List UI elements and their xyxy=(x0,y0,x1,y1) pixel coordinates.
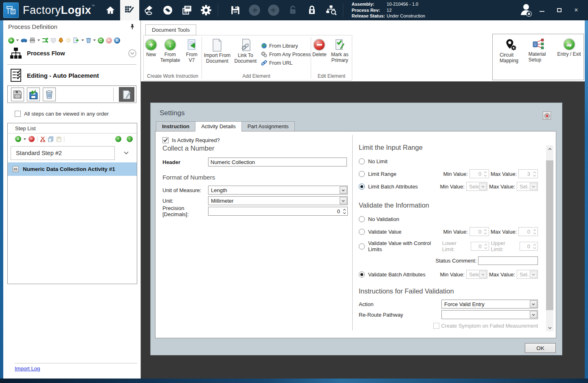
limit-batch-attributes-option[interactable]: Limit Batch Attributes Min Value: Sele..… xyxy=(359,182,538,191)
save-as-button[interactable] xyxy=(27,88,40,101)
add-icon[interactable]: + xyxy=(8,37,14,44)
from-template-button[interactable]: ↓ From Template xyxy=(160,39,181,63)
import-from-document-button[interactable]: Import From Document xyxy=(203,39,231,64)
print-dropdown-icon[interactable] xyxy=(37,39,40,41)
chevron-down-icon[interactable] xyxy=(530,311,537,318)
delete-button[interactable]: Delete xyxy=(312,39,327,58)
add-dropdown-icon[interactable] xyxy=(16,39,19,41)
remove-step-icon[interactable]: − xyxy=(29,136,35,142)
validate-batch-attributes-option[interactable]: Validate Batch Attributes Min Value: Sel… xyxy=(359,270,538,279)
chevron-down-icon[interactable] xyxy=(340,186,347,194)
document-tools-tab[interactable]: Document Tools xyxy=(145,24,196,35)
mark-as-primary-button[interactable]: Mark as Primary xyxy=(329,39,351,63)
chevron-down-icon[interactable] xyxy=(340,197,347,204)
edit-notes-button[interactable] xyxy=(119,87,134,102)
is-activity-required-checkbox[interactable] xyxy=(162,137,169,143)
validate-control-limits-radio[interactable] xyxy=(359,243,365,249)
no-validation-radio[interactable] xyxy=(359,216,365,222)
view-order-checkbox[interactable] xyxy=(15,111,21,117)
trash-icon[interactable] xyxy=(86,37,91,43)
undo-button[interactable] xyxy=(245,0,264,20)
production-button[interactable] xyxy=(139,0,158,20)
discard-button[interactable] xyxy=(43,88,56,101)
limit-batch-min-select[interactable]: Sele... xyxy=(466,182,487,191)
gear-small-icon[interactable] xyxy=(66,37,71,43)
disable-icon[interactable]: − xyxy=(106,37,112,44)
limit-batch-max-select[interactable]: Sel... xyxy=(517,182,538,191)
export-dropdown-icon[interactable] xyxy=(81,39,84,41)
validate-batch-attributes-radio[interactable] xyxy=(359,271,365,278)
import-log-link[interactable]: Import Log xyxy=(15,365,40,372)
pause-icon[interactable] xyxy=(114,37,120,44)
new-button[interactable]: + New xyxy=(145,39,157,58)
validate-value-radio[interactable] xyxy=(359,229,365,235)
lower-limit-spinner[interactable]: 0 xyxy=(471,242,489,251)
ok-button[interactable]: OK xyxy=(525,343,556,353)
copy-icon[interactable] xyxy=(48,136,54,142)
move-up-icon[interactable]: ↑ xyxy=(115,136,121,142)
settings-button[interactable] xyxy=(197,0,216,20)
circuit-mapping-button[interactable]: Circuit Mapping xyxy=(500,38,522,64)
cut-icon[interactable] xyxy=(40,136,46,142)
add-step-dropdown-icon[interactable] xyxy=(24,138,26,140)
limit-range-max-spinner[interactable]: 3 xyxy=(518,169,538,178)
precision-spinner[interactable]: 0 xyxy=(208,207,348,216)
unlock-button[interactable] xyxy=(283,0,303,20)
from-url-item[interactable]: From URL xyxy=(261,60,311,66)
process-flow-header[interactable]: Process Flow xyxy=(10,47,136,59)
dialog-close-button[interactable] xyxy=(543,112,551,120)
entry-exit-button[interactable]: Entry / Exit xyxy=(556,38,582,57)
process-definition-button[interactable] xyxy=(120,0,139,20)
export-step-icon[interactable] xyxy=(73,37,79,43)
link-to-document-button[interactable]: Link To Document xyxy=(234,39,257,64)
collapse-button[interactable] xyxy=(128,49,136,57)
process-audit-button[interactable] xyxy=(322,0,341,20)
presentation-icon[interactable] xyxy=(50,37,56,43)
limit-range-radio[interactable] xyxy=(359,171,365,177)
add-step-icon[interactable]: + xyxy=(15,136,21,142)
spinner-arrows-icon[interactable] xyxy=(342,209,347,214)
close-button[interactable]: × xyxy=(573,7,579,13)
chevron-down-icon[interactable] xyxy=(124,151,129,155)
limit-range-option[interactable]: Limit Range Min Value: 0 Max Value: 3 xyxy=(359,169,538,178)
print-icon[interactable] xyxy=(29,37,35,43)
tab-part-assignments[interactable]: Part Assignments xyxy=(241,121,295,131)
scrollbar-track[interactable] xyxy=(546,152,553,324)
tab-activity-details[interactable]: Activity Details xyxy=(195,121,241,131)
maximize-button[interactable] xyxy=(556,7,562,13)
from-any-process-item[interactable]: From Any Process xyxy=(261,51,311,57)
scroll-down-icon[interactable] xyxy=(546,324,553,331)
lock-button[interactable] xyxy=(303,0,322,20)
scroll-up-icon[interactable] xyxy=(546,145,553,152)
trash-dropdown-icon[interactable] xyxy=(93,39,96,41)
documents-button[interactable] xyxy=(178,0,197,20)
scrollbar-thumb[interactable] xyxy=(546,160,553,310)
validate-control-limits-option[interactable]: Validate Value with Control Limits Lower… xyxy=(359,242,538,251)
settings-scrollbar[interactable] xyxy=(546,145,553,331)
process-swap-icon[interactable] xyxy=(42,37,48,43)
create-symptom-checkbox[interactable] xyxy=(433,323,439,329)
no-validation-option[interactable]: No Validation xyxy=(359,214,538,223)
refresh-icon[interactable] xyxy=(98,37,104,44)
limit-batch-attributes-radio[interactable] xyxy=(359,184,365,190)
is-activity-required-option[interactable]: Is Activity Required? xyxy=(162,136,349,144)
no-limit-radio[interactable] xyxy=(359,158,365,164)
pin-icon[interactable] xyxy=(130,24,135,29)
home-button[interactable] xyxy=(101,0,120,20)
no-limit-option[interactable]: No Limit xyxy=(359,157,538,166)
move-down-icon[interactable]: ↓ xyxy=(127,136,133,142)
limit-range-min-spinner[interactable]: 0 xyxy=(470,169,489,178)
status-comment-input[interactable] xyxy=(478,256,538,265)
user-logout-button[interactable] xyxy=(517,3,533,18)
validate-max-spinner[interactable]: 0 xyxy=(518,227,538,236)
find-icon[interactable] xyxy=(21,37,27,43)
view-order-option[interactable]: All steps can be viewed in any order xyxy=(15,111,109,117)
validate-min-spinner[interactable]: 0 xyxy=(470,227,489,236)
header-input[interactable] xyxy=(208,158,347,166)
paste-icon[interactable] xyxy=(56,136,61,142)
from-library-item[interactable]: From Library xyxy=(261,43,311,49)
save-step-button[interactable] xyxy=(11,88,24,101)
redo-button[interactable] xyxy=(264,0,283,20)
step-selector[interactable]: Standard Step #2 xyxy=(11,146,115,160)
bell-icon[interactable] xyxy=(58,37,64,43)
